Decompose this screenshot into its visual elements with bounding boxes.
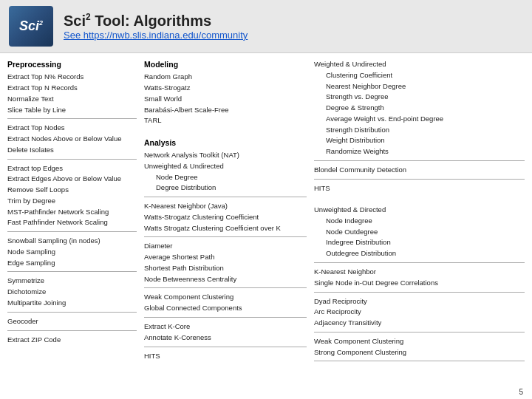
list-item: Diameter [144,241,307,251]
list-item: Node Indegree [314,216,525,226]
header: Sci2 Sci2 Tool: Algorithms See https://n… [0,0,532,53]
header-link[interactable]: See https://nwb.slis.indiana.edu/communi… [64,30,248,41]
preprocessing-title: Preprocessing [7,59,137,70]
list-item: HITS [144,351,307,361]
list-item: Clustering Coefficient [314,70,525,81]
divider [314,179,525,180]
list-item: Degree & Strength [314,103,525,113]
list-item: Normalize Text [7,94,137,104]
list-item: Watts Strogatz Clustering Coefficient ov… [144,223,307,233]
divider [144,236,307,237]
list-item: K-Nearest Neighbor (Java) [144,201,307,211]
list-item: Fast Pathfinder Network Scaling [7,217,137,228]
list-item: Edge Sampling [7,258,137,268]
list-item: Remove Self Loops [7,185,137,195]
list-item: Symmetrize [7,276,137,286]
list-item: Unweighted & Undirected [144,161,307,171]
unweighted-directed-label: Unweighted & Directed [314,205,525,215]
list-item: Network Analysis Toolkit (NAT) [144,150,307,160]
list-item: Strength vs. Degree [314,92,525,102]
list-item: Delete Isolates [7,145,137,155]
list-item: Weight Distribution [314,135,525,146]
list-item: Weak Component Clustering [144,292,307,302]
list-item: Snowball Sampling (in nodes) [7,236,137,246]
list-item: Extract Top N Records [7,83,137,93]
divider [7,330,137,331]
list-item: Small World [144,94,307,104]
divider [144,347,307,347]
list-item: Single Node in-Out Degree Correlations [314,278,525,288]
divider [144,317,307,318]
main-content: Preprocessing Extract Top N% Records Ext… [0,53,532,386]
footer: 5 [0,386,532,399]
list-item: Degree Distribution [144,183,307,193]
list-item: Shortest Path Distribution [144,263,307,273]
list-item: Blondel Community Detection [314,165,525,175]
analysis-title: Analysis [144,137,307,149]
list-item: Global Connected Components [144,303,307,313]
list-item: Dyad Reciprocity [314,296,525,307]
divider [314,262,525,263]
list-item: Weak Component Clustering [314,336,525,347]
divider [314,361,525,361]
list-item: Indegree Distribution [314,237,525,248]
list-item: Arc Reciprocity [314,307,525,317]
list-item: Slice Table by Line [7,105,137,115]
list-item: K-Nearest Neighbor [314,267,525,277]
modeling-title: Modeling [144,59,307,70]
list-item: Geocoder [7,316,137,327]
list-item: Extract Top N% Records [7,72,137,82]
page-number: 5 [519,388,523,396]
list-item: Randomize Weights [314,146,525,157]
page: Sci2 Sci2 Tool: Algorithms See https://n… [0,0,532,399]
divider [144,197,307,197]
list-item: Adjacency Transitivity [314,318,525,328]
list-item: TARL [144,115,307,126]
list-item: Random Graph [144,72,307,82]
divider [7,312,137,313]
list-item: HITS [314,183,525,194]
list-item: Annotate K-Coreness [144,332,307,343]
divider [314,332,525,332]
divider [7,159,137,160]
list-item: Dichotomize [7,287,137,297]
divider [7,271,137,272]
divider [7,231,137,232]
list-item: Outdegree Distribution [314,248,525,259]
list-item: Watts-Strogatz [144,83,307,93]
list-item: Barabási-Albert Scale-Free [144,105,307,115]
logo-text: Sci2 [19,18,43,34]
divider [314,160,525,161]
right-column: Weighted & Undirected Clustering Coeffic… [314,59,525,381]
list-item: Trim by Degree [7,196,137,206]
list-item: Extract top Edges [7,163,137,174]
list-item: Average Shortest Path [144,252,307,262]
divider [144,287,307,288]
list-item: Extract ZIP Code [7,335,137,345]
list-item: Nearest Neighbor Degree [314,81,525,92]
list-item: Extract Nodes Above or Below Value [7,134,137,144]
divider [314,292,525,293]
list-item: Node Degree [144,172,307,183]
list-item: Multipartite Joining [7,298,137,308]
list-item: Watts-Strogatz Clustering Coefficient [144,212,307,222]
header-text: Sci2 Tool: Algorithms See https://nwb.sl… [64,12,248,41]
list-item: Extract Edges Above or Below Value [7,174,137,184]
list-item: Average Weight vs. End-point Degree [314,114,525,124]
list-item: Extract K-Core [144,321,307,332]
divider [7,118,137,119]
list-item: Strength Distribution [314,125,525,135]
list-item: MST-Pathfinder Network Scaling [7,207,137,217]
list-item: Node Betweenness Centrality [144,274,307,284]
mid-column: Modeling Random Graph Watts-Strogatz Sma… [144,59,307,381]
list-item: Extract Top Nodes [7,123,137,133]
list-item: Strong Component Clustering [314,347,525,358]
left-column: Preprocessing Extract Top N% Records Ext… [7,59,137,381]
weighted-undirected-label: Weighted & Undirected [314,59,525,69]
page-title: Sci2 Tool: Algorithms [64,12,248,30]
list-item: Node Sampling [7,247,137,257]
logo: Sci2 [9,6,53,47]
list-item: Node Outdegree [314,227,525,237]
